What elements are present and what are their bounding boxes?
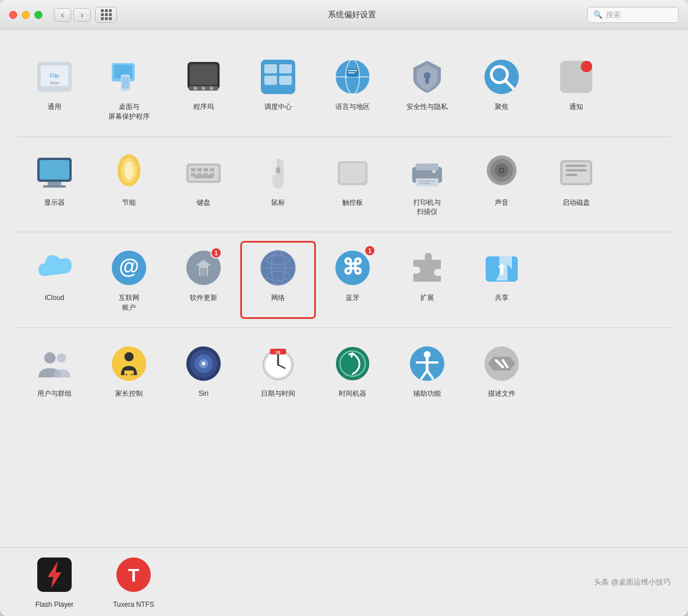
accessibility-item[interactable]: 辅助功能 xyxy=(390,337,464,404)
svg-text:Now: Now xyxy=(50,80,59,85)
grid-view-button[interactable] xyxy=(95,7,117,23)
personal-icons-grid: File Now 通用 xyxy=(17,50,671,127)
desktop-label: 桌面与屏幕保护程序 xyxy=(108,102,150,122)
users-icon xyxy=(34,343,75,384)
hardware-icons-grid: 显示器 节能 xyxy=(17,146,671,223)
desktop-item[interactable]: 桌面与屏幕保护程序 xyxy=(92,50,166,127)
flash-player-label: Flash Player xyxy=(36,600,74,610)
tuxera-icon: T xyxy=(113,554,154,595)
svg-rect-45 xyxy=(210,168,214,171)
sharing-item[interactable]: ⬆ 共享 xyxy=(464,241,539,318)
users-item[interactable]: 用户与群组 xyxy=(17,337,92,404)
spotlight-item[interactable]: 聚焦 xyxy=(464,50,539,127)
mission-label: 调度中心 xyxy=(264,102,292,112)
profiles-item[interactable]: 描述文件 xyxy=(464,337,539,404)
internet-accounts-item[interactable]: @ 互联网账户 xyxy=(92,241,166,318)
svg-point-85 xyxy=(44,352,56,364)
internet-accounts-icon: @ xyxy=(108,247,150,288)
svg-point-100 xyxy=(337,348,369,380)
bottom-icons: Flash Player T Tuxera NTFS xyxy=(17,548,171,615)
siri-item[interactable]: Siri xyxy=(166,337,241,404)
close-button[interactable] xyxy=(9,11,17,19)
sharing-icon: ⬆ xyxy=(481,247,522,288)
printer-icon xyxy=(406,152,448,193)
trackpad-item[interactable]: 触控板 xyxy=(315,146,390,223)
parental-item[interactable]: 家长控制 xyxy=(92,337,166,404)
svg-rect-44 xyxy=(204,168,208,171)
tuxera-item[interactable]: T Tuxera NTFS xyxy=(96,548,171,615)
forward-button[interactable]: › xyxy=(73,8,91,22)
general-label: 通用 xyxy=(48,102,61,112)
profiles-icon xyxy=(481,343,522,384)
timemachine-item[interactable]: 时间机器 xyxy=(315,337,390,404)
network-icon xyxy=(257,247,299,288)
svg-point-86 xyxy=(57,353,66,362)
bluetooth-item[interactable]: ⌘ 1 蓝牙 xyxy=(315,241,390,318)
energy-item[interactable]: 节能 xyxy=(92,146,166,223)
svg-rect-59 xyxy=(419,183,431,184)
svg-point-65 xyxy=(501,169,503,171)
svg-rect-18 xyxy=(279,76,292,85)
svg-rect-68 xyxy=(566,165,587,167)
language-icon xyxy=(332,56,373,98)
svg-point-11 xyxy=(194,87,197,90)
window-title: 系统偏好设置 xyxy=(117,10,587,20)
datetime-label: 日期与时间 xyxy=(261,389,295,399)
minimize-button[interactable] xyxy=(22,11,30,19)
trackpad-icon xyxy=(332,152,373,193)
security-label: 安全性与隐私 xyxy=(406,102,448,112)
users-label: 用户与群组 xyxy=(37,389,72,399)
svg-rect-25 xyxy=(348,72,355,73)
notifications-icon xyxy=(556,56,597,98)
mouse-item[interactable]: 鼠标 xyxy=(241,146,315,223)
icloud-item[interactable]: iCloud xyxy=(17,241,92,318)
svg-text:⌘: ⌘ xyxy=(342,255,363,279)
svg-rect-17 xyxy=(264,76,277,85)
keyboard-item[interactable]: 键盘 xyxy=(166,146,241,223)
back-button[interactable]: ‹ xyxy=(54,8,71,22)
svg-rect-69 xyxy=(566,169,587,171)
mouse-icon xyxy=(257,152,299,193)
icloud-label: iCloud xyxy=(45,293,64,303)
printer-label: 打印机与扫描仪 xyxy=(413,198,441,217)
datetime-item[interactable]: 18 日期与时间 xyxy=(241,337,315,404)
general-item[interactable]: File Now 通用 xyxy=(17,50,92,127)
svg-point-52 xyxy=(276,167,280,174)
profiles-label: 描述文件 xyxy=(488,389,515,399)
software-update-item[interactable]: 1 软件更新 xyxy=(166,241,241,318)
printer-item[interactable]: 打印机与扫描仪 xyxy=(390,146,464,223)
keyboard-label: 键盘 xyxy=(197,198,210,208)
mission-item[interactable]: 调度中心 xyxy=(241,50,315,127)
flash-player-icon xyxy=(34,554,75,595)
timemachine-icon xyxy=(332,343,373,384)
software-update-label: 软件更新 xyxy=(190,293,217,303)
startup-item[interactable]: 启动磁盘 xyxy=(539,146,613,223)
startup-icon xyxy=(556,152,597,193)
internet-icons-grid: iCloud @ 互联网账户 xyxy=(17,241,671,318)
notifications-item[interactable]: 通知 xyxy=(539,50,613,127)
bluetooth-icon: ⌘ 1 xyxy=(332,247,373,288)
svg-point-12 xyxy=(202,87,205,90)
flash-player-item[interactable]: Flash Player xyxy=(17,548,92,615)
internet-section: iCloud @ 互联网账户 xyxy=(17,232,671,328)
siri-icon xyxy=(183,343,224,384)
search-icon: 🔍 xyxy=(593,10,603,19)
traffic-lights xyxy=(9,11,42,19)
language-item[interactable]: 语言与地区 xyxy=(315,50,390,127)
network-label: 网络 xyxy=(271,293,285,303)
svg-rect-43 xyxy=(197,168,202,171)
svg-point-39 xyxy=(124,161,134,180)
dock-item[interactable]: 程序坞 xyxy=(166,50,241,127)
maximize-button[interactable] xyxy=(34,11,42,19)
network-item[interactable]: 网络 xyxy=(241,241,315,318)
sound-item[interactable]: 声音 xyxy=(464,146,539,223)
extensions-item[interactable]: 扩展 xyxy=(390,241,464,318)
security-item[interactable]: 安全性与隐私 xyxy=(390,50,464,127)
general-icon: File Now xyxy=(34,56,75,98)
display-icon xyxy=(34,152,75,193)
search-box[interactable]: 🔍 搜索 xyxy=(587,7,679,23)
keyboard-icon xyxy=(183,152,224,193)
energy-icon xyxy=(108,152,150,193)
svg-text:@: @ xyxy=(119,255,139,278)
display-item[interactable]: 显示器 xyxy=(17,146,92,223)
